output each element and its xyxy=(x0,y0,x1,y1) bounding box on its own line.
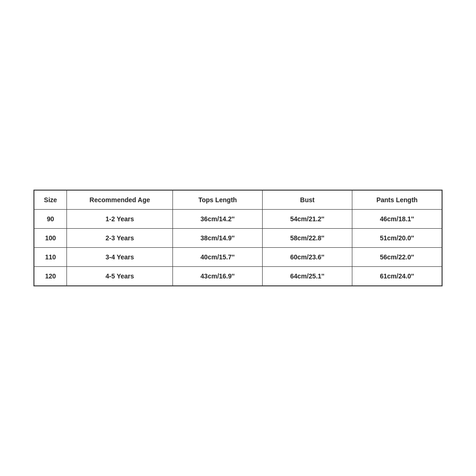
cell-size: 110 xyxy=(34,248,67,267)
size-chart-table: Size Recommended Age Tops Length Bust Pa… xyxy=(34,190,442,286)
cell-size: 90 xyxy=(34,210,67,229)
header-size: Size xyxy=(34,191,67,210)
cell-tops-length: 36cm/14.2'' xyxy=(173,210,263,229)
table-row: 901-2 Years36cm/14.2''54cm/21.2''46cm/18… xyxy=(34,210,442,229)
cell-pants-length: 61cm/24.0'' xyxy=(352,267,442,286)
header-bust: Bust xyxy=(263,191,352,210)
cell-pants-length: 51cm/20.0'' xyxy=(352,229,442,248)
cell-bust: 60cm/23.6'' xyxy=(263,248,352,267)
cell-size: 100 xyxy=(34,229,67,248)
header-age: Recommended Age xyxy=(67,191,173,210)
cell-age: 1-2 Years xyxy=(67,210,173,229)
size-chart-container: Size Recommended Age Tops Length Bust Pa… xyxy=(33,190,443,286)
cell-age: 4-5 Years xyxy=(67,267,173,286)
header-tops-length: Tops Length xyxy=(173,191,263,210)
cell-age: 3-4 Years xyxy=(67,248,173,267)
cell-pants-length: 46cm/18.1'' xyxy=(352,210,442,229)
cell-bust: 58cm/22.8'' xyxy=(263,229,352,248)
table-row: 1002-3 Years38cm/14.9''58cm/22.8''51cm/2… xyxy=(34,229,442,248)
table-row: 1204-5 Years43cm/16.9''64cm/25.1''61cm/2… xyxy=(34,267,442,286)
table-header-row: Size Recommended Age Tops Length Bust Pa… xyxy=(34,191,442,210)
cell-tops-length: 38cm/14.9'' xyxy=(173,229,263,248)
cell-bust: 54cm/21.2'' xyxy=(263,210,352,229)
cell-tops-length: 43cm/16.9'' xyxy=(173,267,263,286)
cell-size: 120 xyxy=(34,267,67,286)
cell-pants-length: 56cm/22.0'' xyxy=(352,248,442,267)
cell-bust: 64cm/25.1'' xyxy=(263,267,352,286)
cell-age: 2-3 Years xyxy=(67,229,173,248)
table-row: 1103-4 Years40cm/15.7''60cm/23.6''56cm/2… xyxy=(34,248,442,267)
header-pants-length: Pants Length xyxy=(352,191,442,210)
cell-tops-length: 40cm/15.7'' xyxy=(173,248,263,267)
